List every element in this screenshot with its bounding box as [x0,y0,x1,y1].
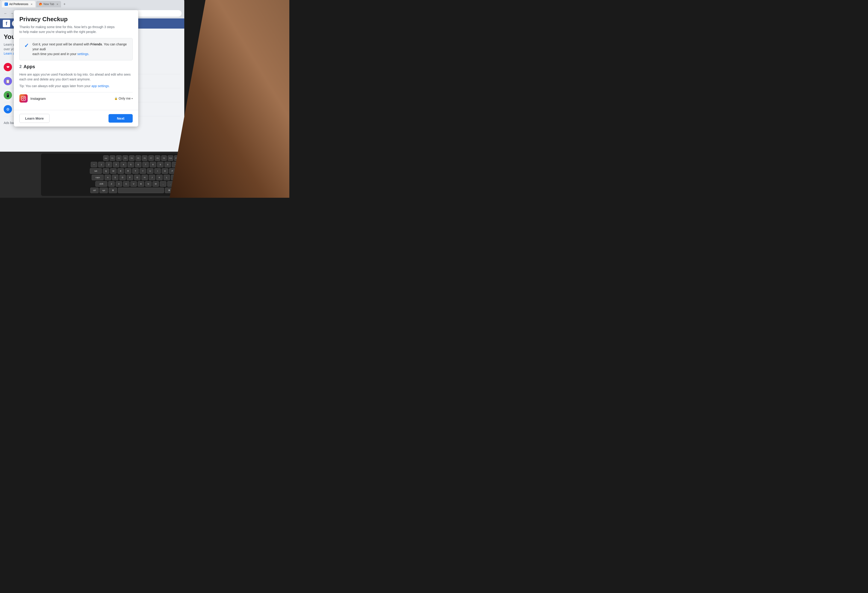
key-t[interactable]: T [132,168,139,174]
new-tab-favicon: 🔥 [39,3,42,6]
key-9[interactable]: 9 [157,162,164,167]
key-0[interactable]: 0 [164,162,171,167]
key-cmd-l[interactable]: ⌘ [109,188,117,193]
app-item-instagram: Instagram 🔒 Only me ▾ [19,92,133,104]
key-caps[interactable]: caps [92,175,104,180]
lock-icon: 🔒 [114,97,118,100]
key-w[interactable]: W [110,168,117,174]
key-j[interactable]: J [149,175,155,180]
advertisers-icon: 📋 [4,77,12,85]
key-f2[interactable]: F2 [116,155,122,161]
modal-header: Privacy Checkup Thanks for making some t… [14,10,138,38]
settings-link[interactable]: settings. [77,52,89,56]
key-f3[interactable]: F3 [123,155,128,161]
settings-icon: ⚙ [4,105,12,113]
step2-description: Here are apps you've used Facebook to lo… [19,72,133,82]
key-f9[interactable]: F9 [161,155,167,161]
key-v[interactable]: V [130,181,137,187]
facebook-favicon: f [4,3,8,6]
interests-icon: ❤ [4,63,12,71]
step2-header: 2 Apps [19,64,133,70]
instagram-icon [19,94,28,102]
key-c[interactable]: C [123,181,130,187]
key-q[interactable]: Q [103,168,109,174]
app-name: Instagram [30,96,46,101]
key-s[interactable]: S [112,175,118,180]
key-g[interactable]: G [134,175,140,180]
new-tab-label: New Tab [44,3,54,6]
laptop-screen: f Ad Preferences ✕ 🔥 New Tab ✕ + [0,0,184,164]
app-settings-link[interactable]: app settings. [92,84,110,88]
key-m[interactable]: M [152,181,159,187]
key-f[interactable]: F [127,175,133,180]
key-f1[interactable]: F1 [110,155,115,161]
key-esc[interactable]: esc [103,155,109,161]
new-tab-close-icon[interactable]: ✕ [56,3,58,6]
key-d[interactable]: D [119,175,126,180]
key-a[interactable]: A [105,175,111,180]
key-i[interactable]: I [154,168,161,174]
key-1[interactable]: 1 [98,162,105,167]
checkmark-icon: ✓ [24,42,29,49]
key-f6[interactable]: F6 [142,155,148,161]
key-comma[interactable]: , [160,181,166,187]
key-l[interactable]: L [164,175,170,180]
key-shift-l[interactable]: shift [95,181,107,187]
key-h[interactable]: H [142,175,148,180]
key-8[interactable]: 8 [150,162,156,167]
key-5[interactable]: 5 [128,162,134,167]
key-z[interactable]: Z [108,181,115,187]
key-6[interactable]: 6 [135,162,142,167]
chevron-down-icon: ▾ [131,97,133,100]
learn-more-button[interactable]: Learn More [19,114,50,123]
info-icon: 📱 [4,91,12,99]
key-u[interactable]: U [147,168,154,174]
key-f7[interactable]: F7 [148,155,154,161]
fb-logo: f [3,20,10,27]
key-n[interactable]: N [145,181,152,187]
key-7[interactable]: 7 [142,162,149,167]
new-tab-button[interactable]: + [62,2,67,6]
key-tilde[interactable]: ~ [91,162,97,167]
key-space[interactable] [118,188,164,193]
tab-ad-preferences[interactable]: f Ad Preferences ✕ [2,1,35,7]
key-f8[interactable]: F8 [155,155,160,161]
modal-subtitle: Thanks for making some time for this. No… [19,25,116,34]
key-f5[interactable]: F5 [136,155,141,161]
key-f10[interactable]: F10 [168,155,173,161]
person-overlay [170,0,289,198]
back-button[interactable]: ← [3,10,8,16]
tab-close-icon[interactable]: ✕ [31,3,32,6]
key-ctrl[interactable]: ctrl [90,188,99,193]
key-4[interactable]: 4 [120,162,127,167]
friends-bold: Friends [90,42,102,46]
key-2[interactable]: 2 [105,162,112,167]
svg-point-6 [24,97,25,98]
step2-section: 2 Apps Here are apps you've used Faceboo… [14,64,138,108]
key-b[interactable]: B [138,181,144,187]
step2-number: 2 [19,64,22,69]
privacy-checkup-modal: Privacy Checkup Thanks for making some t… [14,10,138,127]
key-o[interactable]: O [162,168,168,174]
next-button[interactable]: Next [108,114,133,123]
svg-text:🔥: 🔥 [40,3,42,6]
step1-completed: ✓ Got it, your next post will be shared … [19,38,133,61]
tab-bar: f Ad Preferences ✕ 🔥 New Tab ✕ + [0,0,184,8]
svg-rect-4 [21,96,25,101]
key-r[interactable]: R [125,168,131,174]
key-3[interactable]: 3 [113,162,119,167]
tab-new-tab[interactable]: 🔥 New Tab ✕ [36,1,61,7]
modal-title: Privacy Checkup [19,16,133,23]
privacy-dropdown[interactable]: 🔒 Only me ▾ [114,96,133,100]
key-k[interactable]: K [156,175,162,180]
privacy-label: Only me [119,96,131,100]
svg-point-5 [22,98,24,99]
key-e[interactable]: E [118,168,124,174]
key-y[interactable]: Y [140,168,146,174]
key-tab[interactable]: tab [90,168,102,174]
step2-tip: Tip: You can always edit your apps later… [19,84,133,89]
step1-text: Got it, your next post will be shared wi… [32,42,128,56]
key-opt[interactable]: opt [99,188,108,193]
key-x[interactable]: X [116,181,122,187]
key-f4[interactable]: F4 [129,155,134,161]
